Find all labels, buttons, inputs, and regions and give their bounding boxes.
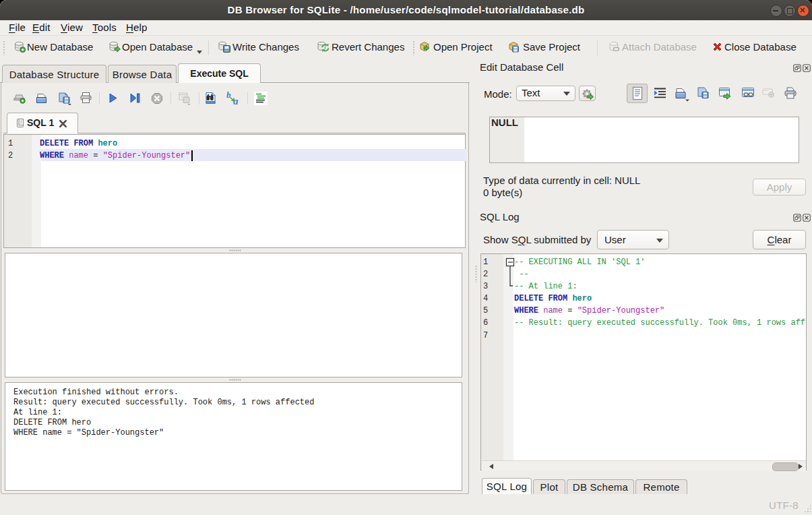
svg-text:b: b: [226, 91, 231, 100]
